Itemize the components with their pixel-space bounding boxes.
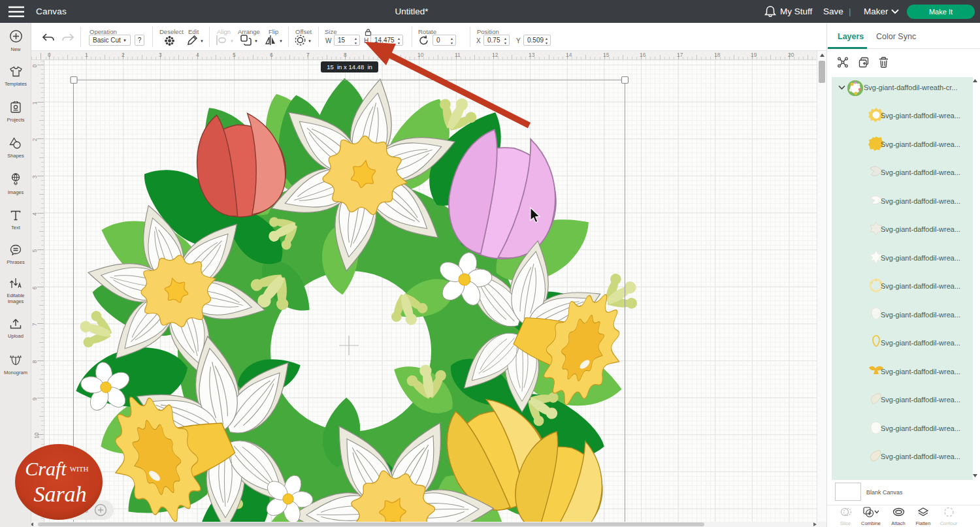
svg-text:WITH: WITH [70, 465, 89, 473]
svg-text:Craft: Craft [25, 458, 67, 479]
svg-text:Sarah: Sarah [33, 482, 86, 506]
